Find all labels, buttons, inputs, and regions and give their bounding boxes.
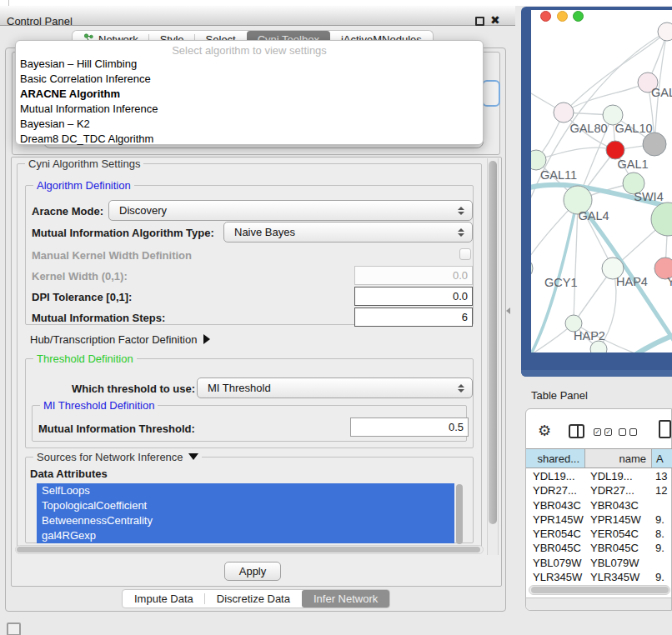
mi-steps-field[interactable]: 6 (354, 308, 473, 327)
table-cell[interactable]: 12 (652, 483, 672, 498)
table-row[interactable]: YDL19...YDL19...13 (526, 469, 672, 483)
table-cell[interactable]: 9. (652, 541, 672, 555)
network-node-gcy1[interactable] (531, 258, 533, 279)
attribute-item[interactable]: TopologicalCoefficient (37, 498, 454, 513)
mi-threshold-label: Mutual Information Threshold: (38, 422, 195, 435)
columns-icon[interactable] (569, 424, 584, 438)
kernel-width-field[interactable]: 0.0 (354, 266, 473, 285)
attribute-list-scrollbar[interactable] (456, 484, 463, 544)
select-all-check-icon[interactable]: ✓ (604, 428, 612, 436)
float-panel-icon[interactable] (475, 17, 484, 26)
table-cell[interactable]: YPR145W (526, 512, 585, 527)
node-label: GAL1 (617, 158, 648, 171)
algorithm-option[interactable]: ARACNE Algorithm (16, 87, 483, 102)
combo-spinner-icon (454, 384, 469, 392)
node-label: GAL80 (569, 122, 607, 135)
table-row[interactable]: YLR345WYLR345W9. (526, 570, 672, 584)
network-node[interactable] (658, 22, 672, 41)
table-row[interactable]: YBR045CYBR045C9. (526, 541, 672, 555)
splitter-collapse-icon[interactable] (506, 308, 510, 314)
attribute-item[interactable]: BetweennessCentrality (37, 513, 454, 528)
attribute-item[interactable]: gal4RGexp (37, 528, 454, 543)
table-cell[interactable]: YBR045C (585, 541, 652, 555)
table-cell[interactable]: 9. (652, 570, 672, 584)
network-node-gal1[interactable] (606, 141, 624, 159)
dropdown-items: Bayesian – Hill ClimbingBasic Correlatio… (16, 57, 483, 147)
which-threshold-label: Which threshold to use: (72, 382, 195, 395)
algorithm-option[interactable]: Dream8 DC_TDC Algorithm (16, 132, 483, 147)
table-cell[interactable]: 13 (652, 469, 672, 483)
aracne-mode-combo[interactable]: Discovery (108, 200, 473, 221)
algorithm-option[interactable]: Bayesian – K2 (16, 117, 483, 132)
hub-definition-toggle[interactable]: Hub/Transcription Factor Definition (30, 333, 210, 346)
column-header-2[interactable]: name (585, 449, 652, 468)
table-cell[interactable]: YDR27... (526, 483, 585, 498)
sources-toggle[interactable]: Sources for Network Inference (33, 451, 202, 463)
table-row[interactable]: YER054CYER054C8. (526, 527, 672, 541)
close-panel-icon[interactable]: ✖ (490, 13, 500, 27)
table-cell[interactable]: YDL19... (526, 469, 585, 483)
gear-icon[interactable]: ⚙ (538, 422, 551, 440)
column-header-3[interactable]: A (652, 449, 672, 468)
table-cell[interactable]: YLR345W (526, 570, 585, 584)
aracne-mode-value: Discovery (109, 204, 454, 217)
table-panel-title: Table Panel (531, 389, 588, 402)
table-cell[interactable]: YDL19... (585, 469, 652, 483)
network-node[interactable] (590, 341, 607, 352)
apply-button[interactable]: Apply (224, 562, 281, 581)
table-panel-footer (526, 598, 671, 610)
algorithm-option[interactable]: Basic Correlation Inference (16, 72, 483, 87)
tab-label: Infer Network (313, 592, 378, 605)
node-label: HAP4 (616, 275, 648, 288)
mi-threshold-field[interactable]: 0.5 (350, 418, 469, 437)
settings-hscrollbar-thumb[interactable] (17, 547, 480, 552)
table-cell[interactable] (652, 556, 672, 570)
table-cell[interactable]: YBL079W (585, 556, 652, 570)
manual-kernel-checkbox[interactable] (459, 248, 471, 260)
table-row[interactable]: YBL079WYBL079W (526, 556, 672, 570)
table-cell[interactable]: YBL079W (526, 556, 585, 570)
tab-impute-data[interactable]: Impute Data (123, 590, 205, 608)
algorithm-definition-title: Algorithm Definition (33, 179, 134, 192)
settings-vscrollbar-thumb[interactable] (489, 161, 497, 524)
window-top-strip (0, 0, 672, 6)
table-cell[interactable] (652, 498, 672, 512)
algorithm-option[interactable]: Bayesian – Hill Climbing (16, 57, 483, 72)
attribute-item[interactable]: SelfLoops (37, 483, 454, 498)
table-cell[interactable]: YDR27... (585, 483, 652, 498)
network-node[interactable] (643, 132, 666, 156)
table-cell[interactable]: 8. (652, 527, 672, 541)
mac-zoom-button[interactable] (573, 11, 584, 22)
mac-minimize-button[interactable] (557, 11, 568, 22)
column-header-1[interactable]: shared... (526, 449, 585, 468)
mac-close-button[interactable] (540, 11, 551, 22)
table-cell[interactable]: YER054C (585, 527, 652, 541)
network-node-gal80[interactable] (554, 102, 574, 122)
tab-discretize-data[interactable]: Discretize Data (205, 590, 302, 608)
table-hscrollbar-thumb[interactable] (531, 587, 669, 593)
table-cell[interactable]: YBR045C (526, 541, 585, 555)
tab-label: Impute Data (134, 592, 193, 605)
table-cell[interactable]: YER054C (526, 527, 585, 541)
file-page-icon[interactable] (659, 420, 671, 438)
table-cell[interactable]: YPR145W (585, 512, 652, 527)
network-graph[interactable]: GALGAL80GAL10GAL1GAL11SWI4GAL4GCY1HAP4YH… (531, 10, 672, 352)
tab-infer-network[interactable]: Infer Network (302, 590, 389, 608)
table-cell[interactable]: YLR345W (585, 570, 652, 584)
dpi-tolerance-field[interactable]: 0.0 (354, 287, 473, 306)
node-label: GAL10 (614, 122, 652, 135)
minimized-panel-icon[interactable] (7, 622, 21, 635)
table-body: YDL19...YDL19...13YDR27...YDR27...12YBR0… (526, 469, 672, 585)
table-cell[interactable]: YBR043C (585, 498, 652, 512)
mi-type-combo[interactable]: Naive Bayes (223, 222, 473, 242)
table-cell[interactable]: 9. (652, 512, 672, 527)
table-row[interactable]: YPR145WYPR145W9. (526, 512, 672, 527)
table-cell[interactable]: YBR043C (526, 498, 585, 512)
deselect-all-box-icon[interactable] (619, 428, 626, 436)
algorithm-option[interactable]: Mutual Information Inference (16, 102, 483, 117)
select-all-check-icon[interactable]: ✓ (594, 428, 601, 436)
which-threshold-combo[interactable]: MI Threshold (197, 378, 473, 398)
deselect-all-box-icon[interactable] (629, 428, 637, 436)
table-row[interactable]: YDR27...YDR27...12 (526, 483, 672, 498)
table-row[interactable]: YBR043CYBR043C (526, 498, 672, 512)
